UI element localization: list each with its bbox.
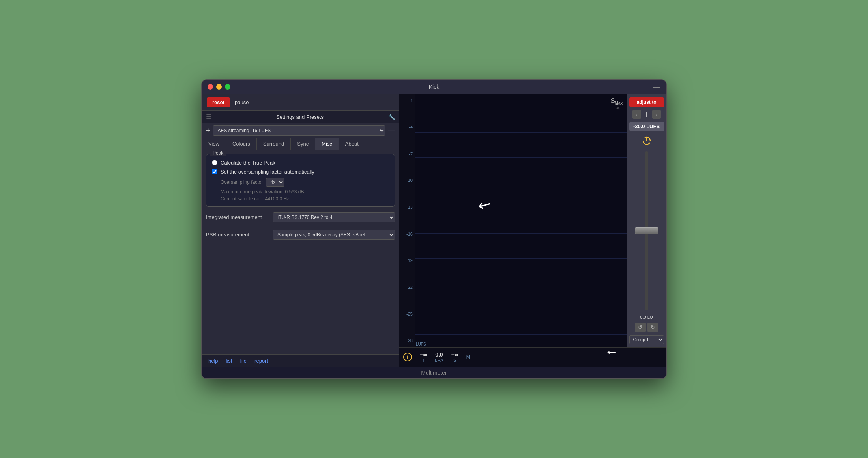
fader-track (645, 151, 648, 310)
grid-line-5 (415, 208, 627, 208)
m-label: M (466, 355, 470, 359)
right-panel: -1 -4 -7 -10 -13 -16 -19 -22 -25 -28 (399, 94, 666, 367)
nav-help[interactable]: help (208, 358, 218, 364)
scale-4: -4 (409, 125, 413, 129)
grid-line-9 (415, 309, 627, 309)
lra-label: LRA (435, 358, 443, 363)
center-pipe: | (643, 112, 651, 117)
psr-measurement-row: PSR measurement Sample peak, 0.5dB/s dec… (206, 228, 395, 241)
grid-line-1 (415, 107, 627, 107)
grid-line-7 (415, 258, 627, 259)
settings-left-icon: ☰ (206, 113, 211, 121)
next-button[interactable]: › (652, 110, 661, 119)
title-bar: Kick — (202, 80, 666, 94)
minimize-button[interactable] (216, 84, 222, 90)
maximize-button[interactable] (225, 84, 230, 90)
s-value: −∞ (451, 351, 458, 358)
grid-line-2 (415, 132, 627, 133)
grid-line-6 (415, 233, 627, 234)
calculate-true-peak-row: Calculate the True Peak (212, 158, 389, 167)
meter-grid: SMax −∞ ↙ (415, 94, 627, 347)
lra-value: 0.0 (435, 351, 443, 358)
bottom-nav: help list file report (202, 354, 399, 367)
psr-select[interactable]: Sample peak, 0.5dB/s decay (AES e-Brief … (273, 230, 395, 240)
nav-list[interactable]: list (226, 358, 232, 364)
integrated-measurement-row: Integrated measurement ITU-R BS.1770 Rev… (206, 211, 395, 224)
remove-preset-button[interactable]: — (388, 126, 395, 135)
main-content: reset pause ☰ Settings and Presets 🔧 + A… (202, 94, 666, 367)
meter-scale: -1 -4 -7 -10 -13 -16 -19 -22 -25 -28 (399, 94, 415, 347)
grid-line-8 (415, 284, 627, 284)
arrow-controls: ‹ | › (632, 110, 661, 119)
s-max-display: SMax −∞ (611, 97, 623, 111)
s-reading: −∞ S (451, 351, 458, 363)
tab-misc[interactable]: Misc (315, 138, 339, 150)
grid-line-3 (415, 157, 627, 158)
integrated-select[interactable]: ITU-R BS.1770 Rev 2 to 4 (273, 212, 395, 222)
lufs-target-display: -30.0 LUFS (629, 122, 664, 131)
scale-1: -1 (409, 98, 413, 103)
fader-thumb[interactable] (635, 227, 658, 234)
toolbar: reset pause (202, 94, 399, 111)
info-button[interactable]: i (403, 353, 412, 361)
tab-view[interactable]: View (202, 138, 226, 150)
grid-line-10 (415, 334, 627, 335)
right-controls: adjust to ‹ | › -30.0 LUFS (627, 94, 666, 347)
tabs-bar: View Colours Surround Sync Misc About (202, 138, 399, 150)
power-button[interactable] (640, 134, 653, 147)
set-oversampling-label: Set the oversampling factor automaticall… (221, 169, 314, 175)
tab-colours[interactable]: Colours (226, 138, 257, 150)
preset-select[interactable]: AES streaming -16 LUFS (213, 125, 385, 136)
prev-button[interactable]: ‹ (632, 110, 641, 119)
close-button[interactable] (208, 84, 213, 90)
meter-bottom: → LUFS i −∞ I 0.0 LRA −∞ S M (399, 347, 666, 367)
undo-button[interactable]: ↺ (635, 323, 646, 332)
calculate-true-peak-label: Calculate the True Peak (221, 160, 275, 166)
sample-rate-text: Current sample rate: 44100.0 Hz (212, 195, 389, 202)
window-title: Kick (429, 84, 439, 90)
add-preset-button[interactable]: + (206, 126, 210, 135)
settings-bar: ☰ Settings and Presets 🔧 (202, 111, 399, 123)
scale-13: -13 (406, 205, 413, 209)
psr-label: PSR measurement (206, 232, 269, 237)
adjust-to-button[interactable]: adjust to (629, 97, 664, 107)
scale-28: -28 (406, 338, 413, 343)
set-oversampling-checkbox[interactable] (212, 169, 217, 174)
undo-redo-controls: ↺ ↻ (635, 323, 658, 332)
peak-section-label: Peak (210, 150, 226, 156)
oversampling-factor-select[interactable]: 4x (266, 178, 284, 187)
calculate-true-peak-radio[interactable] (212, 160, 217, 165)
pause-button[interactable]: pause (235, 99, 249, 105)
set-oversampling-row: Set the oversampling factor automaticall… (212, 167, 389, 176)
i-value: −∞ (420, 351, 427, 358)
scale-19: -19 (406, 258, 413, 263)
scale-7: -7 (409, 151, 413, 156)
group-select[interactable]: Group 1 (629, 335, 664, 344)
oversampling-factor-row: Oversampling factor 4x (212, 176, 389, 188)
redo-button[interactable]: ↻ (647, 323, 658, 332)
title-bar-right-icon: — (653, 83, 660, 91)
reset-button[interactable]: reset (207, 97, 230, 107)
integrated-label: Integrated measurement (206, 214, 269, 220)
nav-file[interactable]: file (240, 358, 247, 364)
tab-sync[interactable]: Sync (291, 138, 315, 150)
tab-surround[interactable]: Surround (257, 138, 291, 150)
peak-section: Peak Calculate the True Peak Set the ove… (206, 154, 395, 207)
meter-area: -1 -4 -7 -10 -13 -16 -19 -22 -25 -28 (399, 94, 666, 347)
scale-22: -22 (406, 285, 413, 290)
scale-25: -25 (406, 312, 413, 316)
power-icon (642, 135, 652, 146)
max-deviation-text: Maximum true peak deviation: 0.563 dB (212, 188, 389, 195)
arrow-annotation-1: ↙ (475, 193, 496, 215)
settings-content: Peak Calculate the True Peak Set the ove… (202, 150, 399, 354)
lra-reading: 0.0 LRA (435, 351, 443, 363)
fader-area (629, 150, 664, 312)
app-title: Multimeter (202, 367, 666, 378)
grid-line-4 (415, 183, 627, 183)
settings-title: Settings and Presets (214, 114, 386, 120)
nav-report[interactable]: report (254, 358, 268, 364)
scale-10: -10 (406, 178, 413, 183)
preset-bar: + AES streaming -16 LUFS — (202, 123, 399, 138)
tab-about[interactable]: About (339, 138, 365, 150)
lu-display: 0.0 LU (640, 315, 653, 320)
